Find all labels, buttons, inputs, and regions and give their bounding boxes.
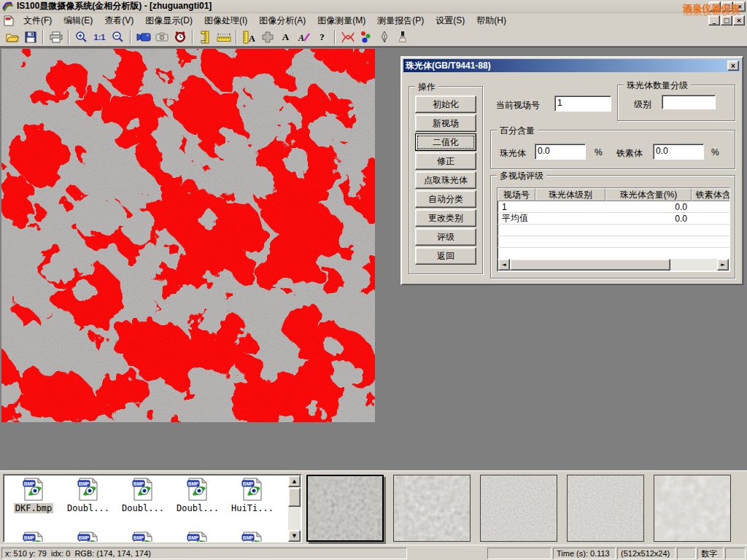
file-item[interactable]: Doubl... <box>117 478 169 513</box>
bottom-panel: BMP DKF.bmp Doubl... Doubl... Doubl... <box>0 470 747 545</box>
current-field-input[interactable]: 1 <box>554 96 611 112</box>
thumbnail-4[interactable] <box>567 475 644 542</box>
help-button[interactable]: ? <box>313 29 331 45</box>
timer-button[interactable] <box>171 29 189 45</box>
table-horizontal-scrollbar[interactable]: ◄ ► <box>498 259 729 271</box>
col-pearlite-content[interactable]: 珠光体含量(%) <box>605 188 692 201</box>
init-button[interactable]: 初始化 <box>415 96 476 113</box>
table-row[interactable] <box>498 248 729 260</box>
curve-tool-button[interactable] <box>338 29 357 45</box>
bmp-file-icon <box>186 532 209 542</box>
open-file-button[interactable] <box>3 29 21 45</box>
mdi-minimize-button[interactable]: _ <box>708 15 720 26</box>
brush-icon <box>398 31 407 43</box>
menu-edit[interactable]: 编辑(E) <box>58 13 98 28</box>
camera-icon <box>155 32 169 42</box>
cell: 平均值 <box>498 213 535 224</box>
menu-view[interactable]: 查看(V) <box>98 13 139 28</box>
scroll-left-arrow[interactable]: ◄ <box>498 259 510 271</box>
picker-tool-button[interactable] <box>375 29 393 45</box>
file-item[interactable] <box>227 532 278 542</box>
letter-a-icon: A <box>282 31 289 43</box>
brush-tool-button[interactable] <box>393 29 411 45</box>
minimize-button[interactable]: _ <box>709 1 721 12</box>
photo-capture-button[interactable] <box>152 29 171 45</box>
caliper-measure-button[interactable] <box>196 29 214 45</box>
menu-help[interactable]: 帮助(H) <box>471 13 512 28</box>
print-button[interactable] <box>47 29 65 45</box>
file-browser[interactable]: DKF.bmp Doubl... Doubl... Doubl... HuiTi… <box>3 474 302 542</box>
file-item[interactable] <box>117 532 169 542</box>
zoom-in-button[interactable] <box>72 29 90 45</box>
thumbnail-1[interactable] <box>306 475 384 542</box>
scroll-up-arrow[interactable]: ▲ <box>288 475 301 487</box>
table-row[interactable]: 1 0.0 <box>498 201 729 213</box>
calibrate-button[interactable]: A <box>240 29 258 45</box>
return-button[interactable]: 返回 <box>415 247 476 265</box>
text-tool-button[interactable]: A <box>276 29 295 45</box>
maximize-button[interactable]: □ <box>721 1 733 12</box>
menu-image-analysis[interactable]: 图像分析(A) <box>253 13 311 28</box>
file-item[interactable] <box>63 532 114 542</box>
file-item[interactable] <box>8 532 59 542</box>
table-row[interactable] <box>498 236 729 248</box>
mdi-close-button[interactable]: × <box>733 15 745 26</box>
table-row[interactable] <box>498 225 729 236</box>
pearlite-percent-input[interactable]: 0.0 <box>535 144 586 160</box>
multiview-table[interactable]: 视场号 珠光体级别 珠光体含量(%) 铁素体含量(%) 1 0.0 平均值 0.… <box>497 187 730 272</box>
file-item[interactable]: DKF.bmp <box>8 478 59 513</box>
move-tool-button[interactable] <box>258 29 276 45</box>
menu-settings[interactable]: 设置(S) <box>430 13 471 28</box>
scrollbar-thumb[interactable] <box>288 488 301 507</box>
menu-image-process[interactable]: 图像处理(I) <box>198 13 253 28</box>
cell <box>605 248 692 259</box>
file-item[interactable] <box>172 532 223 542</box>
video-capture-button[interactable] <box>134 29 152 45</box>
col-pearlite-level[interactable]: 珠光体级别 <box>535 188 605 201</box>
dialog-title-bar[interactable]: 珠光体(GB/T9441-88) × <box>403 59 740 72</box>
table-row[interactable]: 平均值 0.0 <box>498 213 729 225</box>
zoom-out-button[interactable] <box>109 29 127 45</box>
menu-image-measure[interactable]: 图像测量(M) <box>311 13 371 28</box>
grade-button[interactable]: 评级 <box>415 228 476 246</box>
scroll-down-arrow[interactable]: ▼ <box>288 530 301 542</box>
pearlite-dialog[interactable]: 珠光体(GB/T9441-88) × 操作 初始化 新视场 二值化 修正 点取珠… <box>400 56 743 285</box>
scroll-right-arrow[interactable]: ► <box>717 259 729 271</box>
metallographic-image[interactable] <box>1 49 375 422</box>
ruler-measure-button[interactable] <box>214 29 233 45</box>
thumbnail-2[interactable] <box>393 475 471 542</box>
auto-classify-button[interactable]: 自动分类 <box>415 190 476 208</box>
file-item[interactable]: Doubl... <box>172 478 223 513</box>
toolbar-separator <box>42 30 44 44</box>
ferrite-percent-input[interactable]: 0.0 <box>653 144 704 160</box>
thumbnail-5[interactable] <box>654 475 731 542</box>
binarize-button[interactable]: 二值化 <box>415 133 476 151</box>
multiview-group: 多视场评级 视场号 珠光体级别 珠光体含量(%) 铁素体含量(%) 1 0.0 … <box>490 175 735 279</box>
menu-file[interactable]: 文件(F) <box>18 13 58 28</box>
file-scrollbar[interactable]: ▲ ▼ <box>288 475 301 542</box>
actual-size-button[interactable]: 1:1 <box>90 29 109 45</box>
file-item[interactable]: Doubl... <box>63 478 114 513</box>
col-field-no[interactable]: 视场号 <box>498 188 535 201</box>
annotate-button[interactable]: A <box>295 29 313 45</box>
mdi-restore-button[interactable]: □ <box>721 15 732 26</box>
close-button[interactable]: × <box>734 1 746 12</box>
menu-report[interactable]: 测量报告(P) <box>371 13 430 28</box>
dialog-close-button[interactable]: × <box>727 61 739 71</box>
save-button[interactable] <box>21 29 39 45</box>
change-class-button[interactable]: 更改类别 <box>415 209 476 227</box>
count-tool-button[interactable] <box>357 29 375 45</box>
file-item[interactable]: HuiTi... <box>227 478 278 513</box>
correct-button[interactable]: 修正 <box>415 152 476 170</box>
level-input[interactable] <box>662 95 716 109</box>
zoom-out-icon <box>112 31 124 43</box>
thumbnail-3[interactable] <box>480 475 557 542</box>
scrollbar-thumb[interactable] <box>510 259 670 271</box>
menu-image-display[interactable]: 图像显示(D) <box>139 13 198 28</box>
new-field-button[interactable]: 新视场 <box>415 114 476 132</box>
col-ferrite-content[interactable]: 铁素体含量(%) <box>692 188 730 201</box>
video-camera-icon <box>136 32 151 42</box>
document-icon[interactable] <box>3 15 15 26</box>
pick-pearlite-button[interactable]: 点取珠光体 <box>415 171 476 189</box>
cursor-coordinates: x: 510 y: 79 idx: 0 RGB: (174, 174, 174) <box>1 548 407 559</box>
